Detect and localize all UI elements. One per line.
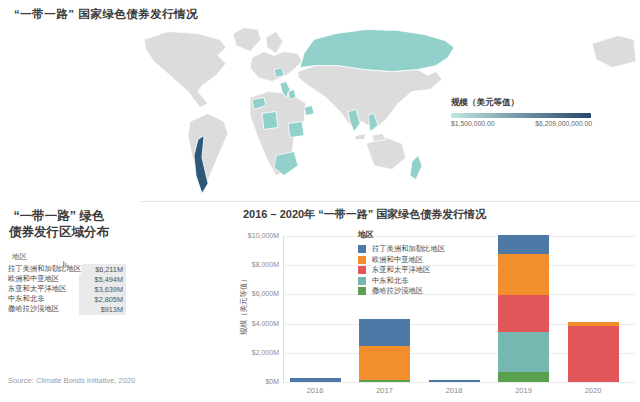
y-tick-label: $4,000M [237,320,279,327]
x-tick-label: 2020 [563,386,623,395]
bar-segment-2017[interactable] [359,319,410,346]
table-row[interactable]: 中东和北非$2,805M [8,294,126,304]
map-region-niger[interactable] [262,112,278,130]
table-header-region: 地区 [12,252,27,262]
legend-label: 撒哈拉沙漠地区 [372,286,423,296]
map-region-new-zealand[interactable] [410,156,422,180]
x-tick-label: 2017 [355,386,415,395]
chart-legend-title: 地区 [358,229,445,240]
y-tick-label: $0M [237,378,279,385]
bar-segment-2019[interactable] [498,254,549,295]
table-row-label: 撒哈拉沙漠地区 [8,304,79,314]
map-size-legend[interactable]: 规模（美元等值） $1,500,000.00 $6,209,000,000.00 [451,97,592,127]
bar-segment-2019[interactable] [498,332,549,372]
region-distribution-panel: “一带一路” 绿色 债券发行区域分布 地区 拉丁美洲和加勒比地区$6,211M欧… [0,204,232,402]
region-table-rows: 拉丁美洲和加勒比地区$6,211M欧洲和中亚地区$5,494M东亚和太平洋地区$… [8,264,126,314]
legend-swatch-icon [358,245,366,253]
map-region-poland[interactable] [274,68,284,78]
legend-swatch-icon [358,277,366,285]
y-tick-label: $6,000M [237,290,279,297]
legend-label: 中东和北非 [372,276,408,286]
bar-segment-2016[interactable] [290,378,341,382]
bar-segment-2020[interactable] [568,326,619,382]
map-legend-gradient [451,113,591,118]
map-region-uae[interactable] [304,106,314,116]
legend-swatch-icon [358,266,366,274]
chart-legend-item[interactable]: 拉丁美洲和加勒比地区 [358,244,445,255]
map-region-north-america[interactable] [144,32,226,108]
gridline [283,236,635,237]
y-axis-line [283,236,284,382]
dashboard: “一带一路” 国家绿色债券发行情况 [0,0,640,402]
section-divider [140,201,640,202]
bar-segment-2019[interactable] [498,372,549,382]
map-region-scandinavia[interactable] [266,32,283,54]
x-tick-label: 2019 [494,386,554,395]
chart-legend-item[interactable]: 欧洲和中亚地区 [358,255,445,266]
x-tick-label: 2018 [424,386,484,395]
table-row-label: 东亚和太平洋地区 [8,284,79,294]
bar-segment-2017[interactable] [359,346,410,380]
region-panel-title-line2: 债券发行区域分布 [0,224,118,240]
map-region-greenland[interactable] [233,28,261,52]
map-legend-min-label: $1,500,000.00 [451,120,494,127]
chart-legend-item[interactable]: 中东和北非 [358,276,445,287]
legend-swatch-icon [358,256,366,264]
bar-chart-panel: 2016 – 2020年 “一带一路” 国家绿色债券发行情况 规模（美元等值） … [235,205,640,402]
region-panel-title-line1: “一带一路” 绿色 [0,208,118,224]
legend-label: 东亚和太平洋地区 [372,265,430,275]
bar-segment-2019[interactable] [498,295,549,332]
legend-label: 欧洲和中亚地区 [372,255,423,265]
legend-swatch-icon [358,287,366,295]
map-panel: 规模（美元等值） $1,500,000.00 $6,209,000,000.00 [140,27,640,196]
map-region-egypt[interactable] [288,122,304,138]
map-region-indonesia[interactable] [354,134,386,142]
map-region-alaska[interactable] [592,36,636,68]
table-row[interactable]: 欧洲和中亚地区$5,494M [8,274,126,284]
y-tick-label: $10,000M [237,232,279,239]
bar-segment-2019[interactable] [498,235,549,255]
gridline [283,265,635,266]
table-row-label: 拉丁美洲和加勒比地区 [8,264,81,274]
chart-title: 2016 – 2020年 “一带一路” 国家绿色债券发行情况 [243,207,486,222]
y-tick-label: $8,000M [237,261,279,268]
map-region-russia[interactable] [300,30,454,72]
chart-legend-items: 拉丁美洲和加勒比地区欧洲和中亚地区东亚和太平洋地区中东和北非撒哈拉沙漠地区 [358,244,445,297]
table-row[interactable]: 东亚和太平洋地区$3,639M [8,284,126,294]
table-row-label: 欧洲和中亚地区 [8,274,79,284]
legend-label: 拉丁美洲和加勒比地区 [372,244,445,254]
map-legend-max-label: $6,209,000,000.00 [535,120,592,127]
map-region-south-america[interactable] [188,114,228,192]
x-tick-label: 2016 [285,386,345,395]
source-caption: Source: Climate Bonds Initiative, 2020 [8,376,135,385]
chart-legend-item[interactable]: 东亚和太平洋地区 [358,265,445,276]
chart-legend-item[interactable]: 撒哈拉沙漠地区 [358,286,445,297]
bar-segment-2017[interactable] [359,380,410,382]
table-row[interactable]: 拉丁美洲和加勒比地区$6,211M [8,264,126,274]
bar-segment-2020[interactable] [568,322,619,326]
gridline [283,294,635,295]
map-legend-title: 规模（美元等值） [451,97,592,109]
table-row[interactable]: 撒哈拉沙漠地区$913M [8,304,126,314]
chart-legend[interactable]: 地区 拉丁美洲和加勒比地区欧洲和中亚地区东亚和太平洋地区中东和北非撒哈拉沙漠地区 [358,229,445,297]
y-tick-label: $2,000M [237,349,279,356]
bar-segment-2018[interactable] [429,380,480,382]
page-title: “一带一路” 国家绿色债券发行情况 [14,7,198,22]
map-region-australia[interactable] [366,138,406,170]
table-row-label: 中东和北非 [8,294,79,304]
gridline [283,382,635,383]
region-panel-title: “一带一路” 绿色 债券发行区域分布 [0,208,118,240]
table-row-value: $913M [79,304,126,315]
